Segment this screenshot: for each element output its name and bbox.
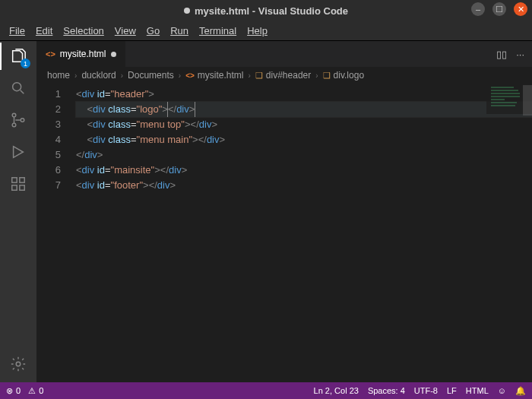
menu-edit[interactable]: Edit	[31, 23, 57, 39]
chevron-icon: ›	[121, 71, 123, 80]
menu-go[interactable]: Go	[142, 23, 164, 39]
chevron-icon: ›	[249, 71, 251, 80]
menu-run[interactable]: Run	[166, 23, 193, 39]
symbol-icon: ❑	[255, 71, 263, 81]
tab-bar: <> mysite.html ▯▯ ···	[36, 41, 532, 67]
vscode-window: mysite.html - Visual Studio Code – ☐ ✕ F…	[0, 0, 532, 399]
svg-rect-4	[12, 178, 17, 182]
status-bar: ⊗0 ⚠0 Ln 2, Col 23 Spaces: 4 UTF-8 LF HT…	[0, 382, 532, 399]
svg-point-3	[21, 119, 24, 122]
svg-point-2	[12, 123, 16, 127]
more-actions-icon[interactable]: ···	[516, 49, 524, 60]
encoding[interactable]: UTF-8	[414, 386, 438, 395]
line-gutter: 1234567	[36, 84, 71, 382]
errors-count[interactable]: ⊗0	[6, 386, 21, 396]
menu-view[interactable]: View	[110, 23, 141, 39]
activity-bar: 1	[0, 41, 36, 382]
svg-point-1	[12, 113, 16, 117]
explorer-badge: 1	[21, 59, 30, 68]
dirty-indicator-icon	[111, 52, 116, 57]
html-file-icon: <>	[185, 71, 195, 80]
code-editor[interactable]: 1234567 <div id="header"> <div class="lo…	[36, 84, 532, 382]
code-area[interactable]: <div id="header"> <div class="logo"></di…	[71, 84, 532, 382]
warning-icon: ⚠	[28, 386, 36, 396]
search-icon[interactable]	[8, 78, 29, 99]
tab-label: mysite.html	[60, 49, 106, 59]
warnings-count[interactable]: ⚠0	[28, 386, 43, 396]
crumb-symbol[interactable]: ❑div#header	[255, 70, 311, 81]
svg-rect-6	[12, 185, 17, 190]
explorer-icon[interactable]: 1	[8, 46, 29, 67]
extensions-icon[interactable]	[8, 173, 29, 195]
crumb-user[interactable]: ducklord	[81, 70, 116, 81]
crumb-file[interactable]: <>mysite.html	[185, 70, 243, 81]
close-button[interactable]: ✕	[514, 2, 527, 16]
language-mode[interactable]: HTML	[466, 386, 489, 395]
symbol-icon: ❑	[323, 71, 331, 81]
menu-file[interactable]: File	[5, 23, 30, 39]
svg-rect-7	[20, 185, 24, 190]
indentation[interactable]: Spaces: 4	[368, 386, 405, 395]
breadcrumb: home › ducklord › Documents › <>mysite.h…	[36, 67, 532, 84]
crumb-symbol[interactable]: ❑div.logo	[323, 70, 364, 81]
source-control-icon[interactable]	[8, 109, 29, 131]
error-icon: ⊗	[6, 386, 13, 396]
svg-point-8	[16, 362, 21, 366]
eol[interactable]: LF	[447, 386, 457, 395]
menubar: File Edit Selection View Go Run Terminal…	[0, 21, 532, 41]
settings-gear-icon[interactable]	[8, 353, 29, 375]
menu-selection[interactable]: Selection	[59, 23, 108, 39]
chevron-icon: ›	[315, 71, 318, 80]
chevron-icon: ›	[74, 71, 77, 80]
maximize-button[interactable]: ☐	[492, 2, 506, 16]
split-editor-icon[interactable]: ▯▯	[496, 49, 507, 60]
dirty-dot-icon	[184, 8, 190, 14]
window-controls: – ☐ ✕	[471, 2, 527, 16]
title-text: mysite.html - Visual Studio Code	[195, 5, 348, 17]
html-file-icon: <>	[46, 49, 55, 59]
cursor-position[interactable]: Ln 2, Col 23	[314, 386, 359, 395]
tab-mysite[interactable]: <> mysite.html	[36, 41, 126, 67]
menu-terminal[interactable]: Terminal	[195, 23, 241, 39]
crumb-home[interactable]: home	[47, 70, 70, 81]
scrollbar-thumb[interactable]	[523, 85, 532, 116]
editor-actions: ▯▯ ···	[489, 41, 532, 67]
svg-rect-5	[20, 178, 24, 182]
menu-help[interactable]: Help	[242, 23, 272, 39]
run-debug-icon[interactable]	[8, 141, 29, 163]
crumb-folder[interactable]: Documents	[128, 70, 174, 81]
notifications-icon[interactable]: 🔔	[515, 386, 526, 396]
minimize-button[interactable]: –	[471, 2, 485, 16]
svg-point-0	[13, 83, 21, 91]
chevron-icon: ›	[179, 71, 181, 80]
titlebar: mysite.html - Visual Studio Code – ☐ ✕	[0, 0, 532, 21]
feedback-icon[interactable]: ☺	[498, 386, 506, 395]
window-title: mysite.html - Visual Studio Code	[184, 5, 348, 17]
